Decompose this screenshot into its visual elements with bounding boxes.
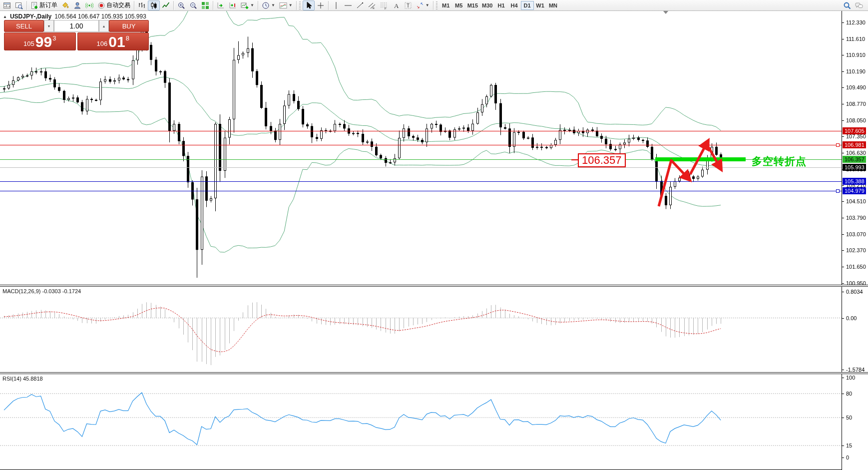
chart-region[interactable]: ▲ USDJPY-,Daily 106.564 106.647 105.935 … [0, 11, 868, 470]
volume-input[interactable] [54, 20, 99, 32]
sell-button[interactable]: SELL [4, 20, 44, 32]
rsi-tick[interactable] [842, 394, 844, 394]
macd-tick[interactable] [842, 318, 844, 319]
horizontal-line-button[interactable] [342, 0, 354, 10]
price-level-badge[interactable]: 106.357 [843, 156, 866, 163]
price-level-badge[interactable]: 107.605 [843, 127, 866, 134]
signals-button[interactable] [83, 0, 95, 10]
line-drag-handle[interactable] [836, 143, 840, 147]
price-level-badge[interactable]: 106.981 [843, 141, 866, 148]
horizontal-level-line[interactable] [0, 131, 842, 131]
line-chart-button[interactable] [160, 0, 172, 10]
pane-splitter-macd[interactable] [0, 285, 868, 287]
price-tick[interactable] [842, 185, 844, 186]
rsi-tick[interactable] [842, 458, 844, 458]
price-level-badge[interactable]: 105.388 [843, 178, 866, 185]
price-axis-label[interactable]: 107.350 [846, 133, 868, 139]
timeframe-w1-button[interactable]: W1 [534, 1, 547, 10]
buy-price-button[interactable]: 106 01 8 [77, 32, 149, 50]
price-axis-label[interactable]: 112.330 [846, 19, 868, 25]
price-level-badge[interactable]: 104.979 [843, 187, 866, 194]
price-tick[interactable] [842, 71, 844, 72]
price-chart-canvas[interactable] [0, 11, 868, 470]
green-highlight-line[interactable] [655, 157, 746, 161]
new-chart-button[interactable]: ▼ [239, 0, 256, 10]
buy-button[interactable]: BUY [109, 20, 149, 32]
price-axis-label[interactable]: 111.610 [846, 36, 868, 42]
price-tick[interactable] [842, 218, 844, 218]
price-axis-label[interactable]: 102.370 [846, 247, 868, 253]
price-axis-label[interactable]: 106.630 [846, 150, 868, 156]
rsi-axis-label[interactable]: 50 [846, 415, 868, 421]
chevron-down-icon[interactable]: ▼ [426, 3, 430, 7]
arrows-button[interactable]: ▼ [414, 0, 432, 10]
fibonacci-button[interactable]: F [378, 0, 390, 10]
line-drag-handle[interactable] [836, 189, 840, 193]
rsi-tick[interactable] [842, 446, 844, 446]
timeframe-m5-button[interactable]: M5 [452, 1, 465, 10]
data-window-button[interactable] [13, 0, 25, 10]
price-tick[interactable] [842, 283, 844, 284]
cursor-button[interactable] [303, 0, 315, 10]
tile-windows-button[interactable] [199, 0, 211, 10]
price-axis-label[interactable]: 109.490 [846, 84, 868, 90]
price-tick[interactable] [842, 153, 844, 153]
price-tick[interactable] [842, 104, 844, 104]
volume-decrease-button[interactable]: ▼ [44, 20, 54, 32]
charts-window-button[interactable] [1, 0, 13, 10]
macd-tick[interactable] [842, 370, 844, 370]
price-tick[interactable] [842, 55, 844, 55]
candlestick-chart-button[interactable] [148, 0, 160, 10]
styles-bucket-button[interactable] [59, 0, 71, 10]
macd-axis-label[interactable]: 0.00 [846, 315, 868, 321]
price-tick[interactable] [842, 250, 844, 251]
zoom-in-button[interactable] [175, 0, 187, 10]
auto-scroll-button[interactable] [215, 0, 227, 10]
price-axis-label[interactable]: 108.770 [846, 101, 868, 107]
timeframe-h4-button[interactable]: H4 [508, 1, 521, 10]
timeframe-mn-button[interactable]: MN [547, 1, 560, 10]
text-label-button[interactable]: T [402, 0, 414, 10]
rsi-axis-label[interactable]: 80 [846, 391, 868, 397]
horizontal-level-line[interactable] [0, 145, 842, 145]
timeframe-h1-button[interactable]: H1 [495, 1, 508, 10]
new-order-button[interactable]: 新订单 [28, 0, 59, 10]
macd-axis-label[interactable]: 0.8034 [846, 289, 868, 295]
timeframe-m30-button[interactable]: M30 [480, 1, 494, 10]
search-icon[interactable] [843, 1, 851, 9]
toolbar-drag-handle[interactable] [299, 1, 301, 9]
price-axis-label[interactable]: 104.510 [846, 198, 868, 204]
price-tick[interactable] [842, 136, 844, 137]
volume-increase-button[interactable]: ▲ [99, 20, 109, 32]
timeframe-m1-button[interactable]: M1 [439, 1, 452, 10]
vertical-line-button[interactable] [330, 0, 342, 10]
price-tick[interactable] [842, 22, 844, 23]
price-axis-label[interactable]: 103.070 [846, 231, 868, 237]
price-tick[interactable] [842, 234, 844, 235]
price-tick[interactable] [842, 267, 844, 267]
chevron-down-icon[interactable]: ▼ [250, 3, 254, 7]
toolbar-drag-handle[interactable] [436, 1, 437, 9]
price-axis-label[interactable]: 103.790 [846, 215, 868, 221]
pane-splitter-rsi[interactable] [0, 372, 868, 374]
horizontal-level-line[interactable] [0, 191, 842, 191]
bars-chart-button[interactable] [136, 0, 148, 10]
chart-shift-marker[interactable] [663, 11, 668, 14]
rsi-tick[interactable] [842, 378, 844, 378]
price-axis-label[interactable]: 101.650 [846, 264, 868, 270]
timeframe-m15-button[interactable]: M15 [465, 1, 480, 10]
price-callout-label[interactable]: 106.357 [578, 153, 626, 167]
price-axis-label[interactable]: 108.050 [846, 117, 868, 123]
text-button[interactable]: A [390, 0, 402, 10]
chevron-down-icon[interactable]: ▼ [289, 3, 293, 7]
indicators-button[interactable]: ▼ [277, 0, 295, 10]
crosshair-button[interactable] [315, 0, 327, 10]
autotrade-button[interactable]: 自动交易 [95, 0, 132, 10]
price-tick[interactable] [842, 120, 844, 121]
rsi-axis-label[interactable]: 100 [846, 375, 868, 381]
price-axis-label[interactable]: 110.910 [846, 52, 868, 58]
rsi-axis-label[interactable]: 15 [846, 443, 868, 449]
price-tick[interactable] [842, 87, 844, 88]
zoom-out-button[interactable] [187, 0, 199, 10]
rsi-axis-label[interactable]: 0 [846, 455, 868, 461]
